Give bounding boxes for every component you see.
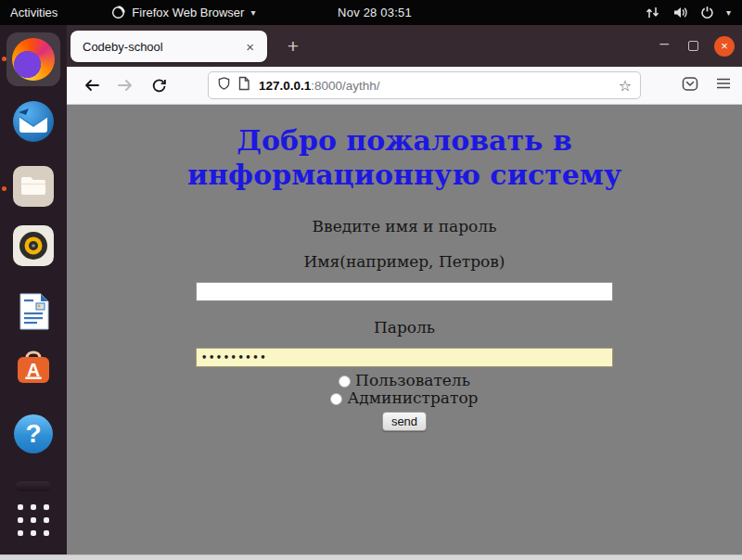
- subtitle-text: Введите имя и пароль: [67, 217, 742, 235]
- files-icon: [12, 165, 55, 211]
- desktop-bottom-edge: [0, 554, 742, 560]
- password-label: Пароль: [67, 318, 742, 337]
- reload-button[interactable]: [147, 73, 171, 97]
- minimize-button[interactable]: –: [657, 39, 672, 54]
- radio-option-admin[interactable]: Администратор: [67, 389, 742, 407]
- window-controls: – ×: [657, 25, 735, 67]
- app-menu-button[interactable]: Firefox Web Browser ▾: [111, 6, 255, 19]
- page-info-icon[interactable]: [237, 76, 250, 95]
- chevron-down-icon: ▾: [726, 7, 731, 18]
- libreoffice-writer-icon: [12, 290, 55, 337]
- firefox-icon: [12, 38, 55, 81]
- name-label: Имя(например, Петров): [67, 252, 742, 271]
- tracking-shield-icon[interactable]: [217, 76, 231, 95]
- chevron-down-icon: ▾: [250, 7, 255, 18]
- password-input[interactable]: [196, 348, 613, 367]
- url-host: 127.0.0.1: [259, 79, 311, 93]
- dock-item-trash[interactable]: [11, 479, 56, 492]
- pocket-icon[interactable]: [682, 76, 698, 95]
- tab-bar: Codeby-school × + – ×: [67, 25, 742, 67]
- back-button[interactable]: [80, 73, 104, 97]
- activities-button[interactable]: Activities: [0, 6, 72, 19]
- thunderbird-icon: [12, 100, 55, 146]
- name-input[interactable]: [196, 282, 613, 301]
- power-icon: [700, 6, 714, 19]
- user-radio[interactable]: [339, 375, 351, 388]
- dock-item-thunderbird[interactable]: [11, 101, 56, 146]
- ubuntu-software-icon: A: [12, 348, 55, 394]
- bookmark-star-icon[interactable]: ☆: [619, 77, 632, 95]
- dock: A ?: [0, 25, 67, 554]
- user-radio-label: Пользователь: [355, 371, 470, 389]
- firefox-window: Codeby-school × + – ×: [67, 25, 742, 554]
- close-button[interactable]: ×: [714, 36, 735, 57]
- url-bar[interactable]: 127.0.0.1:8000/aythh/ ☆: [208, 71, 641, 99]
- dock-item-files[interactable]: [11, 166, 56, 210]
- trash-icon: [16, 481, 51, 491]
- network-icon: [645, 6, 660, 19]
- restore-button[interactable]: [688, 41, 698, 51]
- menu-hamburger-icon[interactable]: [716, 77, 731, 94]
- volume-icon: [672, 6, 688, 19]
- admin-radio[interactable]: [330, 393, 342, 405]
- dock-item-firefox[interactable]: [11, 37, 56, 82]
- forward-button[interactable]: [113, 73, 137, 97]
- help-icon: ?: [12, 413, 55, 459]
- dock-item-help[interactable]: ?: [11, 414, 56, 458]
- tab-codeby-school[interactable]: Codeby-school ×: [70, 31, 267, 62]
- dock-item-ubuntu-software[interactable]: A: [11, 349, 56, 393]
- svg-text:?: ?: [25, 419, 41, 448]
- firefox-menu-icon: [111, 6, 125, 19]
- desktop: Activities Firefox Web Browser ▾ Nov 28 …: [0, 0, 742, 560]
- top-bar: Activities Firefox Web Browser ▾ Nov 28 …: [0, 0, 742, 25]
- url-text: 127.0.0.1:8000/aythh/: [259, 79, 380, 93]
- tab-close-icon[interactable]: ×: [242, 38, 258, 56]
- send-button[interactable]: send: [382, 412, 427, 431]
- rhythmbox-icon: [12, 224, 55, 271]
- url-path: :8000/aythh/: [311, 79, 379, 93]
- files-running-dot: [2, 186, 6, 191]
- page-title: Добро пожаловать в информационную систем…: [108, 123, 701, 192]
- new-tab-button[interactable]: +: [280, 33, 306, 59]
- page-content: Добро пожаловать в информационную систем…: [67, 105, 742, 554]
- firefox-running-dot: [2, 57, 6, 61]
- role-radio-group: Пользователь Администратор: [67, 372, 742, 407]
- app-menu-label: Firefox Web Browser: [132, 6, 244, 19]
- show-apps-button[interactable]: [11, 502, 56, 539]
- system-tray[interactable]: ▾: [645, 0, 742, 25]
- radio-option-user[interactable]: Пользователь: [67, 372, 742, 389]
- dock-item-rhythmbox[interactable]: [11, 225, 56, 270]
- tab-title: Codeby-school: [83, 40, 242, 54]
- dock-item-libreoffice-writer[interactable]: [11, 291, 56, 336]
- admin-radio-label: Администратор: [347, 388, 478, 407]
- clock[interactable]: Nov 28 03:51: [338, 6, 412, 19]
- navigation-toolbar: 127.0.0.1:8000/aythh/ ☆: [67, 67, 742, 105]
- app-grid-icon: [18, 504, 49, 536]
